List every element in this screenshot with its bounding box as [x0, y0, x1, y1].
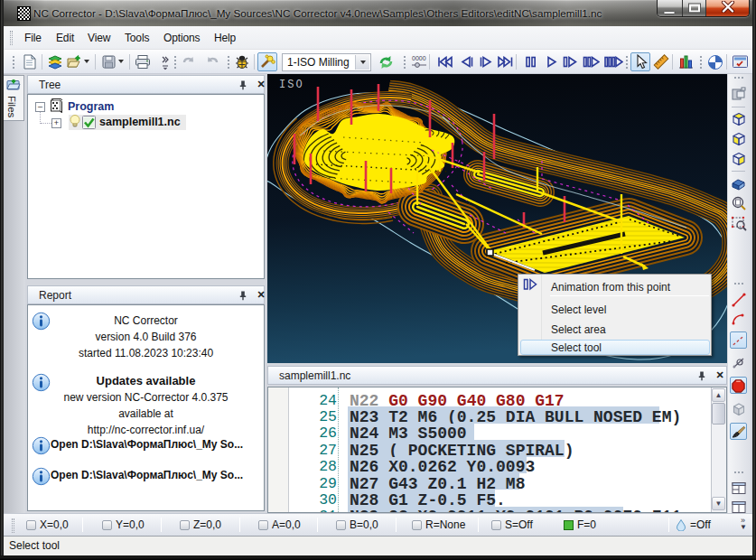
svg-text:ISO: ISO: [279, 79, 304, 91]
svg-text:0000: 0000: [412, 55, 426, 61]
